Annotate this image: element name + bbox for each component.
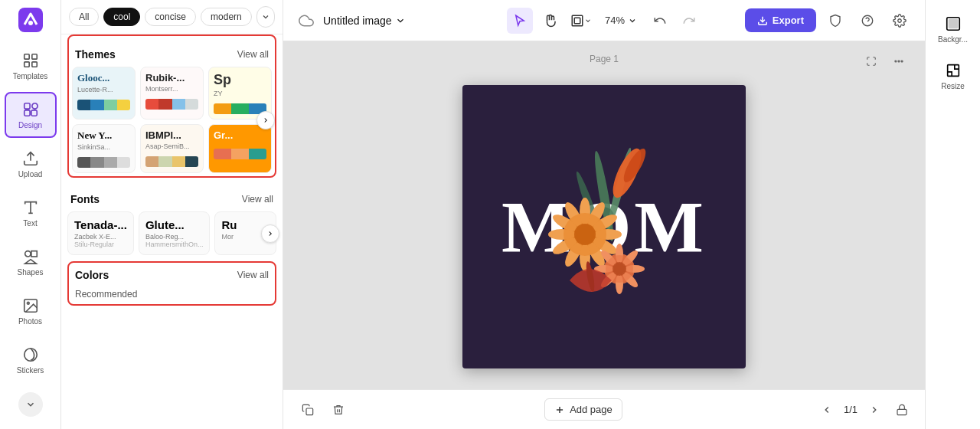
theme-card-4-colors [77, 157, 130, 168]
shield-button[interactable] [822, 8, 848, 34]
theme-card-6[interactable]: Gr... [208, 124, 272, 173]
colors-section: Colors View all Recommended [67, 261, 276, 306]
sidebar-item-shapes[interactable]: Shapes [5, 239, 57, 285]
lock-button[interactable] [891, 399, 913, 421]
font-card-1[interactable]: Tenada-... Zacbek X-E... Stilu-Regular [67, 211, 134, 255]
themes-view-all[interactable]: View all [237, 49, 269, 60]
filter-chip-cool[interactable]: cool [103, 8, 140, 26]
copy-button[interactable] [296, 398, 320, 422]
bottom-center: Add page [360, 398, 807, 421]
help-button[interactable] [854, 8, 880, 34]
sidebar-item-photos-label: Photos [18, 317, 42, 326]
theme-card-1-title: Glooc... [73, 67, 135, 86]
export-button[interactable]: Export [745, 8, 816, 32]
theme-card-6-subtitle [209, 142, 271, 146]
filter-bar: All cool concise modern [61, 0, 283, 34]
themes-grid: Glooc... Lucette-R... Rubik-... Montserr… [72, 67, 272, 173]
filter-chip-concise[interactable]: concise [145, 8, 196, 26]
toolbar-right: Export [709, 8, 913, 34]
theme-card-5[interactable]: IBMPl... Asap-SemiB... [140, 124, 204, 173]
add-page-button[interactable]: Add page [544, 398, 622, 421]
svg-marker-15 [24, 259, 36, 264]
theme-card-1[interactable]: Glooc... Lucette-R... [72, 67, 136, 120]
font-card-2[interactable]: Glute... Baloo-Reg... HammersmithOn... [139, 211, 211, 255]
settings-button[interactable] [887, 8, 913, 34]
sidebar-item-photos[interactable]: Photos [5, 288, 57, 334]
colors-view-all[interactable]: View all [237, 270, 269, 280]
resize-icon [945, 62, 962, 79]
sidebar-item-upload[interactable]: Upload [5, 141, 57, 187]
doc-title-chevron [395, 15, 406, 26]
app-logo[interactable] [17, 6, 44, 34]
expand-button[interactable] [861, 51, 882, 72]
theme-card-3-subtitle: ZY [209, 90, 271, 100]
filter-chip-modern[interactable]: modern [201, 8, 252, 26]
filter-chip-all[interactable]: All [69, 8, 99, 26]
help-icon [861, 14, 874, 28]
sidebar-item-templates[interactable]: Templates [5, 43, 57, 89]
font-card-2-sub2: HammersmithOn... [145, 241, 204, 248]
right-panel-resize[interactable]: Resize [929, 56, 978, 97]
undo-button[interactable] [648, 8, 672, 33]
svg-point-22 [862, 15, 873, 26]
page-nav: 1/1 [816, 399, 913, 421]
right-panel-background[interactable]: Backgr... [929, 9, 978, 50]
select-tool-button[interactable] [507, 8, 533, 34]
recommended-label: Recommended [72, 286, 272, 301]
svg-point-7 [31, 103, 37, 108]
upload-icon [22, 150, 39, 167]
hand-tool-button[interactable] [537, 8, 564, 34]
undo-icon [653, 14, 667, 28]
canvas-card[interactable]: MOM [462, 85, 746, 368]
frame-tool-button[interactable] [568, 8, 594, 34]
themes-title: Themes [75, 48, 116, 61]
fonts-view-all[interactable]: View all [242, 194, 273, 205]
colors-title: Colors [75, 269, 109, 281]
canvas-wrapper[interactable]: Page 1 MOM [283, 41, 925, 389]
svg-rect-68 [947, 65, 959, 77]
toolbar-left: Untitled image [296, 10, 499, 31]
theme-card-4[interactable]: New Y... SinkinSa... [72, 124, 136, 173]
sidebar-item-stickers-label: Stickers [17, 366, 44, 375]
next-page-button[interactable] [864, 399, 885, 421]
svg-rect-19 [572, 15, 583, 26]
more-options-button[interactable] [888, 51, 910, 72]
font-card-1-name: Tenada-... [74, 218, 127, 231]
zoom-control[interactable]: 74% [599, 11, 643, 29]
photos-icon [22, 297, 39, 314]
sidebar-item-design-label: Design [18, 121, 42, 129]
svg-rect-5 [31, 61, 36, 66]
stickers-icon [22, 346, 39, 363]
theme-card-3-title: Sp [209, 67, 271, 90]
plus-icon [554, 404, 565, 415]
prev-page-button[interactable] [816, 399, 838, 421]
top-toolbar: Untitled image [283, 0, 925, 41]
svg-rect-0 [18, 8, 43, 32]
theme-card-3-colors [214, 103, 266, 114]
download-icon [757, 15, 768, 26]
page-counter: 1/1 [844, 404, 858, 415]
expand-icon [866, 56, 877, 67]
doc-title[interactable]: Untitled image [323, 15, 406, 27]
svg-point-24 [898, 18, 902, 22]
trash-button[interactable] [326, 398, 351, 422]
font-card-1-sub1: Zacbek X-E... [74, 233, 127, 241]
sidebar-more-button[interactable] [18, 392, 43, 417]
fonts-next-button[interactable] [261, 224, 279, 243]
svg-point-13 [24, 251, 30, 256]
frame-chevron-icon [584, 17, 592, 25]
filter-dropdown[interactable] [256, 6, 275, 28]
sidebar-nav: Templates Design Upload Text Shapes [0, 0, 61, 429]
sidebar-item-stickers[interactable]: Stickers [5, 337, 57, 383]
themes-section-header: Themes View all [72, 39, 272, 67]
zoom-chevron-icon [628, 16, 637, 25]
sidebar-item-design[interactable]: Design [5, 92, 57, 138]
theme-card-4-title: New Y... [73, 125, 135, 143]
theme-card-2-colors [145, 99, 198, 110]
redo-button[interactable] [677, 8, 701, 33]
theme-card-2[interactable]: Rubik-... Montserr... [140, 67, 204, 120]
sidebar-item-text[interactable]: Text [5, 190, 57, 236]
text-icon [22, 199, 39, 216]
theme-card-6-colors [214, 149, 266, 159]
themes-next-button[interactable] [256, 111, 275, 129]
